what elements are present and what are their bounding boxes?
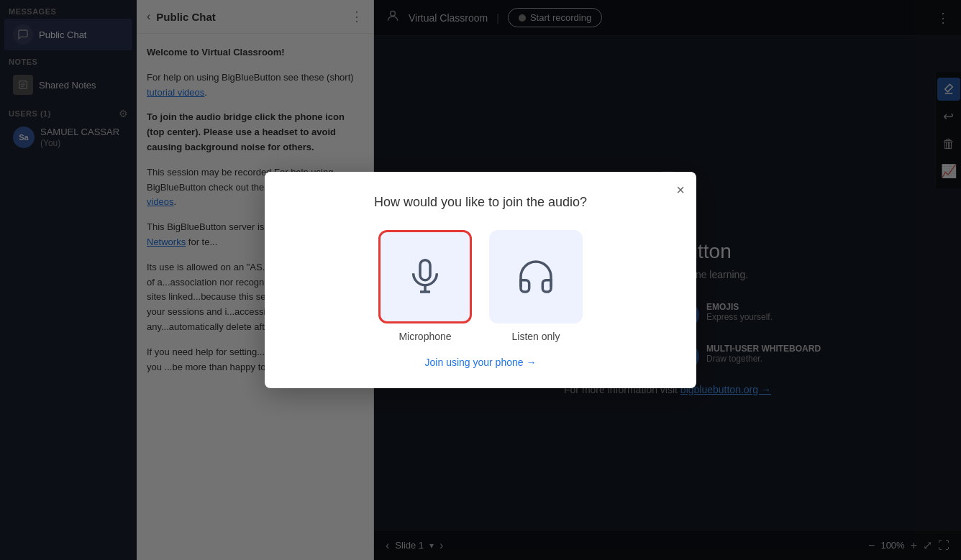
microphone-option[interactable]: Microphone xyxy=(378,230,472,342)
modal-options: Microphone Listen only xyxy=(293,230,668,342)
microphone-label: Microphone xyxy=(398,331,451,342)
listen-only-option[interactable]: Listen only xyxy=(489,230,583,342)
audio-join-modal: × How would you like to join the audio? … xyxy=(265,172,696,388)
modal-close-button[interactable]: × xyxy=(676,182,685,198)
modal-overlay: × How would you like to join the audio? … xyxy=(0,0,961,560)
svg-rect-5 xyxy=(420,260,430,280)
listen-only-option-circle[interactable] xyxy=(489,230,583,323)
phone-join-link[interactable]: Join using your phone → xyxy=(293,357,668,368)
modal-title: How would you like to join the audio? xyxy=(293,195,668,210)
listen-only-label: Listen only xyxy=(512,331,560,342)
microphone-option-circle[interactable] xyxy=(378,230,472,323)
